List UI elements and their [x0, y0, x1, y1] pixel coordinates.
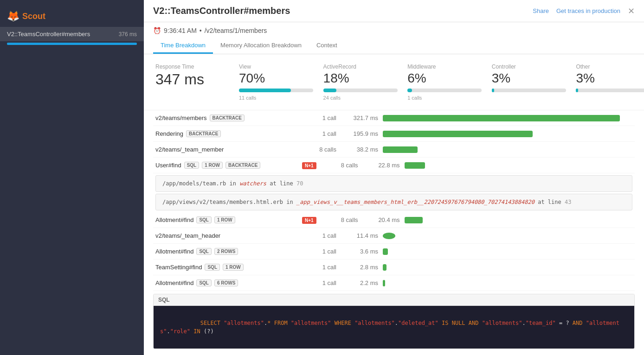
sidebar: 🦊 Scout V2::TeamsController#members 376 …: [0, 0, 144, 355]
page-title: V2::TeamsController#members: [153, 6, 290, 16]
trace-bar: [383, 131, 533, 137]
main-panel: V2::TeamsController#members Share Get tr…: [144, 0, 644, 355]
backtrace-badge[interactable]: BACKTRACE: [186, 130, 221, 137]
scout-logo: 🦊 Scout: [0, 5, 144, 27]
metric-other-label: Other: [576, 63, 632, 70]
table-row: TeamSetting#find SQL 1 ROW 1 call 2.8 ms: [153, 260, 635, 275]
trace-name: TeamSetting#find SQL 1 ROW: [155, 264, 295, 271]
sql-badge[interactable]: SQL: [196, 248, 212, 255]
metric-mw-progress: [407, 89, 482, 92]
trace-calls: 1 call: [299, 130, 336, 137]
time-value: 9:36:41 AM: [164, 27, 197, 34]
trace-table: v2/teams/members BACKTRACE 1 call 321.7 …: [144, 110, 644, 349]
metric-view-fill: [239, 89, 291, 92]
table-row: Allotment#find SQL 2 ROWS 1 call 3.6 ms: [153, 244, 635, 260]
trace-bar-container: [383, 233, 632, 239]
trace-bar: [383, 280, 385, 286]
table-row: Rendering BACKTRACE 1 call 195.9 ms: [153, 126, 635, 142]
tab-memory-allocation[interactable]: Memory Allocation Breakdown: [213, 38, 309, 54]
trace-ms: 20.4 ms: [363, 216, 400, 223]
rows-badge[interactable]: 1 ROW: [223, 264, 244, 271]
tab-time-breakdown[interactable]: Time Breakdown: [153, 38, 213, 54]
metric-other-progress: [576, 89, 644, 92]
sql-badge[interactable]: SQL: [196, 216, 212, 223]
trace-name: User#find SQL 1 ROW BACKTRACE: [155, 162, 295, 169]
sql-badge[interactable]: SQL: [184, 162, 200, 169]
trace-calls: 1 call: [299, 114, 336, 121]
trace-calls: 8 calls: [299, 146, 336, 153]
sidebar-entry-name: V2::TeamsController#members: [7, 31, 90, 38]
trace-bar-container: [405, 162, 632, 169]
trace-bar-container: [383, 131, 632, 137]
rows-badge[interactable]: 1 ROW: [202, 162, 223, 169]
rows-badge[interactable]: 1 ROW: [214, 216, 235, 223]
n1-badge: N+1: [302, 217, 316, 224]
metrics-row: Response Time 347 ms View 70% 11 calls A…: [144, 54, 644, 110]
trace-bar-container: [405, 217, 632, 223]
top-bar-links: Share Get traces in production ✕: [533, 6, 635, 16]
sidebar-item-teams-controller[interactable]: V2::TeamsController#members 376 ms: [0, 27, 144, 41]
table-row: User#find SQL 1 ROW BACKTRACE N+1 8 call…: [153, 158, 635, 173]
metric-view-value: 70%: [239, 72, 296, 85]
metric-ctrl-value: 3%: [492, 72, 548, 85]
trace-name: Rendering BACKTRACE: [155, 130, 295, 137]
time-separator: •: [200, 27, 202, 34]
trace-bar: [383, 233, 395, 239]
sql-section: SQL SELECT "allotments".* FROM "allotmen…: [153, 294, 635, 349]
request-time: ⏰ 9:36:41 AM • /v2/teams/1/members: [153, 27, 635, 34]
rows-badge[interactable]: 2 ROWS: [214, 248, 238, 255]
sql-badge[interactable]: SQL: [196, 279, 212, 286]
trace-ms: 38.2 ms: [341, 146, 378, 153]
metric-ctrl-progress: [492, 89, 566, 92]
metric-controller: Controller 3%: [492, 63, 548, 92]
trace-name: v2/teams/_team_member: [155, 146, 295, 153]
get-traces-link[interactable]: Get traces in production: [556, 7, 620, 14]
scout-fox-icon: 🦊: [7, 10, 19, 22]
close-button[interactable]: ✕: [628, 6, 635, 16]
metric-mw-calls: 1 calls: [407, 95, 464, 101]
trace-name: v2/teams/members BACKTRACE: [155, 114, 295, 121]
metric-response-time: Response Time 347 ms: [155, 63, 211, 87]
trace-ms: 22.8 ms: [363, 162, 400, 169]
backtrace-line-2: /app/views/v2/teams/members.html.erb in …: [155, 194, 632, 210]
sidebar-entry-badge: 376 ms: [119, 31, 137, 38]
table-row: v2/teams/members BACKTRACE 1 call 321.7 …: [153, 110, 635, 126]
trace-name: Allotment#find SQL 6 ROWS: [155, 279, 295, 286]
metric-mw-label: Middleware: [407, 63, 464, 70]
backtrace-badge[interactable]: BACKTRACE: [210, 114, 245, 121]
metric-view-label: View: [239, 63, 296, 70]
path-value: /v2/teams/1/members: [205, 27, 267, 34]
metric-ctrl-label: Controller: [492, 63, 548, 70]
trace-ms: 2.8 ms: [341, 264, 378, 271]
trace-calls: 1 call: [299, 232, 336, 239]
metric-mw-fill: [407, 89, 412, 92]
table-row: Allotment#find SQL 1 ROW N+1 8 calls 20.…: [153, 212, 635, 228]
tab-context[interactable]: Context: [309, 38, 345, 54]
sql-badge[interactable]: SQL: [205, 264, 220, 271]
trace-calls: 1 call: [299, 264, 336, 271]
trace-bar-container: [383, 146, 632, 153]
trace-bar: [405, 217, 423, 223]
trace-bar: [383, 248, 388, 255]
metric-response-value: 347 ms: [155, 72, 211, 87]
metric-view-progress: [239, 89, 313, 92]
clock-icon: ⏰: [153, 27, 161, 34]
metric-ctrl-fill: [492, 89, 494, 92]
metric-ar-progress: [323, 89, 398, 92]
metric-other: Other 3%: [576, 63, 632, 92]
trace-ms: 3.6 ms: [341, 248, 378, 255]
metric-view-calls: 11 calls: [239, 95, 296, 101]
metric-response-label: Response Time: [155, 63, 211, 70]
content-area: Response Time 347 ms View 70% 11 calls A…: [144, 54, 644, 355]
share-link[interactable]: Share: [533, 7, 549, 14]
metric-other-fill: [576, 89, 578, 92]
trace-bar: [383, 146, 418, 153]
trace-bar: [383, 264, 386, 271]
trace-calls: 1 call: [299, 279, 336, 286]
table-row: v2/teams/_team_member 8 calls 38.2 ms: [153, 142, 635, 158]
trace-name: v2/teams/_team_header: [155, 232, 295, 239]
rows-badge[interactable]: 6 ROWS: [214, 279, 238, 286]
trace-calls: 8 calls: [321, 216, 358, 223]
backtrace-badge[interactable]: BACKTRACE: [225, 162, 260, 169]
metric-view: View 70% 11 calls: [239, 63, 296, 101]
